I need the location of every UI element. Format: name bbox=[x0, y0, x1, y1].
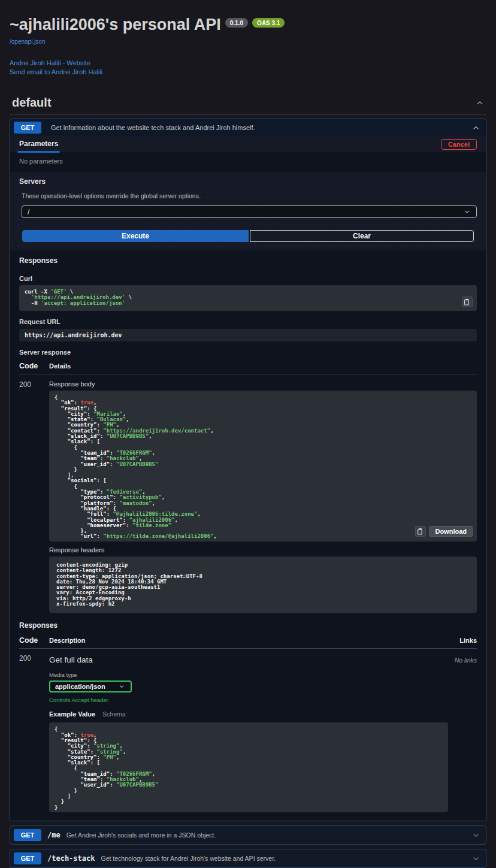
code-column-header: Code bbox=[19, 362, 49, 370]
response-headers-label: Response headers bbox=[49, 546, 477, 557]
response-body-json: { "ok": true, "result": { "city": "Maril… bbox=[55, 395, 471, 540]
contact-links: Andrei Jiroh Halili - Website Send email… bbox=[10, 59, 486, 77]
curl-command: curl -X 'GET' \ 'https://api.andreijiroh… bbox=[25, 289, 471, 306]
tag-section-default[interactable]: default bbox=[10, 92, 486, 115]
copy-curl-button[interactable] bbox=[462, 297, 473, 307]
operation-get-root: GET Get information about the website te… bbox=[10, 119, 486, 821]
documented-responses-title: Responses bbox=[19, 615, 477, 635]
server-response-table-header: Code Details bbox=[19, 361, 477, 374]
expand-operation-icon[interactable] bbox=[471, 854, 480, 863]
response-200-row: 200 Get full data Media type application… bbox=[19, 649, 477, 812]
example-value-block: { "ok": true, "result": { "city": "strin… bbox=[49, 722, 448, 812]
endpoint-path: /me bbox=[47, 831, 61, 839]
tab-parameters[interactable]: Parameters bbox=[19, 140, 58, 153]
operation-row-me[interactable]: GET /me Get Andrei Jiroh's socials and m… bbox=[10, 825, 486, 845]
operation-row-tech-stack[interactable]: GET /tech-stack Get technology stack for… bbox=[10, 849, 486, 868]
responses-table-header: Code Description Links bbox=[19, 635, 477, 648]
no-parameters-text: No parameters bbox=[10, 152, 486, 172]
curl-command-block: curl -X 'GET' \ 'https://api.andreijiroh… bbox=[19, 285, 477, 311]
copy-response-button[interactable] bbox=[415, 526, 426, 537]
response-headers-block: content-encoding: gzip content-length: 1… bbox=[49, 557, 477, 613]
servers-note: These operation-level options override t… bbox=[22, 192, 477, 199]
api-title-text: ~ajhalili2006's personal API bbox=[10, 16, 221, 34]
chevron-down-icon bbox=[462, 208, 471, 216]
get-method-badge[interactable]: GET bbox=[14, 829, 41, 841]
operation-header[interactable]: GET Get information about the website te… bbox=[10, 119, 486, 136]
server-select-value: / bbox=[28, 208, 29, 216]
clear-button[interactable]: Clear bbox=[250, 230, 474, 242]
response-body-block: { "ok": true, "result": { "city": "Maril… bbox=[49, 391, 477, 542]
server-response-row: 200 Response body { "ok": true, "result"… bbox=[19, 374, 477, 615]
response-code-200: 200 bbox=[19, 654, 49, 812]
response-headers-text: content-encoding: gzip content-length: 1… bbox=[56, 562, 470, 607]
response-description: Get full data bbox=[49, 654, 441, 672]
example-value-json: { "ok": true, "result": { "city": "strin… bbox=[55, 727, 443, 810]
curl-label: Curl bbox=[19, 270, 477, 285]
endpoint-summary: Get Andrei Jiroh's socials and more in a… bbox=[66, 831, 465, 839]
details-column-header: Details bbox=[49, 362, 477, 370]
tab-schema[interactable]: Schema bbox=[102, 710, 126, 718]
collapse-operation-icon[interactable] bbox=[471, 123, 480, 132]
media-type-value: application/json bbox=[55, 683, 105, 690]
execute-button[interactable]: Execute bbox=[22, 230, 249, 242]
operation-summary: Get information about the website tech s… bbox=[51, 124, 462, 131]
download-button[interactable]: Download bbox=[429, 526, 473, 537]
server-response-label: Server response bbox=[19, 347, 477, 361]
get-method-badge[interactable]: GET bbox=[14, 122, 41, 134]
page-title: ~ajhalili2006's personal API 0.1.0 OAS 3… bbox=[10, 16, 486, 34]
servers-section: Servers These operation-level options ov… bbox=[10, 172, 486, 218]
endpoint-path: /tech-stack bbox=[47, 854, 95, 863]
execute-bar: Execute Clear bbox=[22, 230, 474, 242]
active-tab-underline bbox=[17, 151, 60, 153]
request-url-value: https://api.andreijiroh.dev bbox=[19, 329, 477, 341]
email-link[interactable]: Send email to Andrei Jiroh Halili bbox=[10, 68, 486, 77]
tab-parameters-label: Parameters bbox=[19, 140, 58, 148]
media-type-label: Media type bbox=[49, 672, 441, 681]
code-column-header: Code bbox=[19, 636, 49, 645]
media-type-select[interactable]: application/json bbox=[49, 681, 132, 692]
expand-operation-icon[interactable] bbox=[471, 831, 480, 839]
responses-title: Responses bbox=[10, 250, 486, 270]
server-select[interactable]: / bbox=[22, 205, 477, 218]
responses-section: Responses Curl curl -X 'GET' \ 'https://… bbox=[10, 250, 486, 821]
response-status-code: 200 bbox=[19, 380, 49, 615]
parameters-tab-bar: Parameters Cancel bbox=[10, 136, 486, 152]
website-link[interactable]: Andrei Jiroh Halili - Website bbox=[10, 59, 486, 68]
tag-title: default bbox=[12, 96, 52, 110]
openapi-spec-link[interactable]: /openapi.json bbox=[10, 38, 46, 45]
operation-body: Parameters Cancel No parameters Servers … bbox=[10, 136, 486, 821]
oas-badge: OAS 3.1 bbox=[252, 18, 285, 28]
links-column-header: Links bbox=[459, 637, 477, 644]
version-badge: 0.1.0 bbox=[225, 18, 248, 28]
cancel-button[interactable]: Cancel bbox=[441, 139, 477, 150]
description-column-header: Description bbox=[49, 637, 459, 644]
chevron-down-icon bbox=[117, 682, 126, 691]
collapse-section-icon[interactable] bbox=[476, 99, 484, 107]
endpoint-list: GET /me Get Andrei Jiroh's socials and m… bbox=[0, 825, 496, 868]
response-body-label: Response body bbox=[49, 380, 477, 391]
endpoint-summary: Get technology stack for Andrei Jiroh's … bbox=[101, 855, 465, 862]
api-info: ~ajhalili2006's personal API 0.1.0 OAS 3… bbox=[0, 0, 496, 77]
get-method-badge[interactable]: GET bbox=[14, 852, 41, 864]
tab-example-value[interactable]: Example Value bbox=[49, 710, 95, 718]
model-example-tabs: Example Value Schema bbox=[49, 710, 441, 722]
controls-accept-note: Controls Accept header. bbox=[49, 692, 441, 710]
request-url-label: Request URL bbox=[19, 317, 477, 329]
servers-title: Servers bbox=[19, 177, 477, 186]
